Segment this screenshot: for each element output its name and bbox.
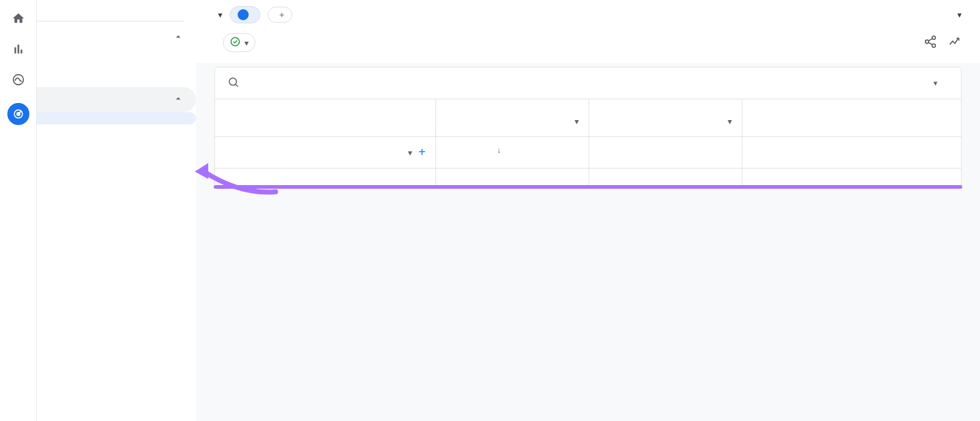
sidebar-heading	[37, 11, 184, 21]
conversion-events-dropdown[interactable]: ▾	[214, 10, 222, 20]
summary-row	[215, 169, 961, 186]
annotation-arrow	[190, 158, 282, 203]
table-top: ▾	[215, 67, 961, 99]
search-box[interactable]	[227, 76, 918, 90]
dropdown-icon: ▾	[218, 10, 222, 20]
explore-icon[interactable]	[11, 72, 26, 87]
col-a-revenue[interactable]	[512, 137, 589, 168]
sidebar-item-conversion-paths[interactable]	[37, 124, 196, 137]
reports-icon[interactable]	[11, 42, 26, 56]
model-a-group: ▾	[435, 99, 589, 136]
search-input[interactable]	[246, 78, 429, 88]
share-icon[interactable]	[924, 35, 937, 50]
advertising-icon[interactable]	[7, 103, 29, 125]
dropdown-icon: ▾	[933, 78, 938, 88]
sidebar	[37, 0, 196, 421]
dropdown-icon: ▾	[728, 116, 732, 126]
filter-chip-reporting-time[interactable]	[230, 6, 260, 23]
topbar: ▾ + ▾	[196, 0, 980, 29]
dropdown-icon: ▾	[244, 38, 249, 48]
svg-point-4	[932, 36, 936, 40]
svg-point-3	[231, 37, 239, 46]
col-b-conversions[interactable]	[589, 137, 665, 168]
main: ▾ + ▾ ▾	[196, 0, 980, 421]
column-headers: ▾ + ↓	[215, 137, 961, 169]
insights-icon[interactable]	[948, 35, 962, 50]
status-chip[interactable]: ▾	[223, 33, 255, 52]
table-card: ▾ ▾	[214, 67, 962, 188]
add-filter-button[interactable]: +	[268, 7, 292, 23]
dropdown-icon: ▾	[957, 10, 962, 20]
content: ▾ ▾	[196, 63, 980, 421]
sidebar-section-performance[interactable]	[37, 25, 196, 50]
pagination: ▾	[918, 78, 949, 88]
highlight-annotation	[214, 185, 962, 189]
title-row: ▾	[196, 29, 980, 63]
plus-icon: +	[279, 10, 284, 20]
svg-point-6	[932, 44, 936, 48]
search-icon	[227, 76, 239, 90]
sidebar-section-attribution[interactable]	[37, 87, 196, 112]
svg-point-5	[925, 40, 929, 44]
model-b-select[interactable]: ▾	[599, 116, 732, 126]
col-a-conversions[interactable]: ↓	[435, 137, 512, 168]
add-dimension-button[interactable]: +	[418, 145, 426, 159]
sort-desc-icon: ↓	[497, 145, 502, 154]
col-c-conversions[interactable]	[742, 137, 818, 168]
home-icon[interactable]	[11, 11, 26, 26]
svg-point-7	[229, 78, 236, 85]
sidebar-item-display-video[interactable]	[37, 63, 196, 75]
primary-dimension-dropdown[interactable]: ▾	[403, 148, 412, 157]
chevron-up-icon	[173, 93, 184, 106]
sidebar-item-all-channels[interactable]	[37, 50, 196, 63]
model-b-group: ▾	[589, 99, 742, 136]
dropdown-icon: ▾	[575, 116, 579, 126]
change-label	[752, 105, 885, 130]
col-c-revenue[interactable]	[818, 137, 895, 168]
col-b-revenue[interactable]	[665, 137, 742, 168]
svg-point-0	[13, 75, 23, 85]
change-group	[742, 99, 895, 136]
check-icon	[230, 36, 241, 49]
date-range-picker[interactable]: ▾	[945, 10, 962, 20]
icon-rail	[0, 0, 37, 421]
sidebar-item-google-ads[interactable]	[37, 75, 196, 87]
rows-per-page-select[interactable]: ▾	[929, 78, 938, 88]
attribution-headers: ▾ ▾	[215, 99, 961, 137]
dropdown-icon: ▾	[408, 148, 412, 157]
chevron-up-icon	[173, 31, 184, 44]
sidebar-item-model-comparison[interactable]	[37, 112, 196, 124]
chip-badge	[238, 9, 249, 20]
model-a-select[interactable]: ▾	[446, 116, 579, 126]
